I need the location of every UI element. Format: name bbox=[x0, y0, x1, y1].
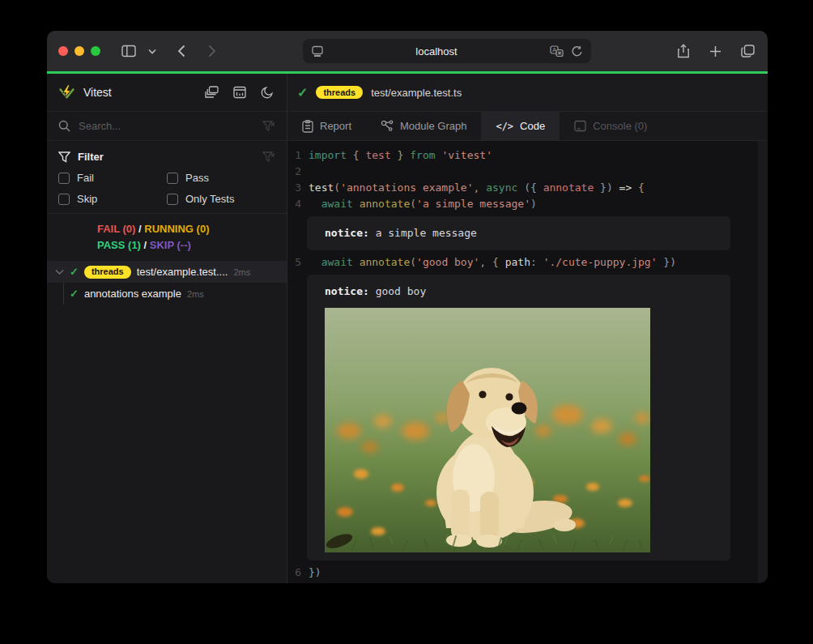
filter-section: Filter Fail Pass bbox=[47, 141, 287, 214]
line-number: 1 bbox=[287, 147, 309, 164]
filter-checkbox-fail[interactable]: Fail bbox=[58, 172, 167, 184]
check-icon: ✓ bbox=[70, 288, 79, 300]
test-file-row[interactable]: ✓ threads test/example.test.... 2ms bbox=[47, 261, 287, 283]
pool-badge: threads bbox=[84, 266, 131, 279]
vertical-scrollbar[interactable] bbox=[758, 141, 768, 583]
share-icon bbox=[677, 44, 690, 58]
test-status-summary: FAIL (0) / RUNNING (0) PASS (1) / SKIP (… bbox=[47, 214, 287, 261]
sidebar-toggle-button[interactable] bbox=[120, 43, 138, 59]
chevron-left-icon bbox=[177, 45, 185, 58]
dashboard-icon bbox=[233, 86, 246, 99]
annotation-notice: notice: a simple message bbox=[307, 216, 730, 250]
translate-icon[interactable]: A bbox=[550, 45, 564, 58]
url-text: localhost bbox=[324, 45, 550, 58]
share-button[interactable] bbox=[675, 42, 692, 60]
plus-icon bbox=[709, 45, 721, 58]
code-icon: </> bbox=[496, 121, 513, 132]
code-line: 3test('annotations example', async ({ an… bbox=[287, 180, 768, 196]
moon-icon bbox=[261, 86, 274, 99]
fail-count: FAIL (0) bbox=[97, 223, 135, 235]
sidebar-header: Vitest bbox=[47, 74, 287, 112]
dashboard-button[interactable] bbox=[232, 84, 248, 100]
pool-badge: threads bbox=[316, 86, 363, 99]
code-lines: 1import { test } from 'vitest'23test('an… bbox=[287, 147, 768, 583]
forward-button[interactable] bbox=[206, 43, 218, 59]
zoom-window-button[interactable] bbox=[91, 46, 100, 56]
clear-filter-icon[interactable] bbox=[262, 151, 275, 163]
app-title: Vitest bbox=[83, 86, 195, 99]
test-case-row[interactable]: ✓ annotations example 2ms bbox=[47, 283, 287, 305]
sidebar: Vitest bbox=[47, 74, 287, 583]
minimize-window-button[interactable] bbox=[74, 46, 84, 56]
clear-search-filter-icon[interactable] bbox=[262, 121, 275, 132]
search-field[interactable]: Search... bbox=[47, 112, 287, 141]
code-line: 4 await annotate('a simple message') bbox=[287, 196, 768, 212]
tab-console[interactable]: Console (0) bbox=[560, 112, 662, 140]
new-tab-button[interactable] bbox=[708, 44, 723, 59]
funnel-icon bbox=[58, 151, 70, 163]
collapse-panels-button[interactable] bbox=[203, 84, 220, 100]
window-controls bbox=[58, 46, 100, 56]
checkbox bbox=[58, 194, 70, 205]
reload-icon[interactable] bbox=[571, 45, 583, 58]
chevron-right-icon bbox=[208, 45, 216, 58]
search-placeholder: Search... bbox=[79, 120, 254, 132]
annotation-message: a simple message bbox=[376, 227, 477, 239]
browser-window: localhost A bbox=[47, 31, 768, 583]
open-file-name: test/example.test.ts bbox=[371, 87, 462, 99]
line-number: 6 bbox=[287, 565, 309, 581]
line-number: 5 bbox=[287, 254, 309, 271]
code-line: 1import { test } from 'vitest' bbox=[287, 147, 768, 164]
check-icon: ✓ bbox=[297, 85, 308, 100]
code-line: 5 await annotate('good boy', { path: './… bbox=[287, 254, 768, 271]
stacked-panels-icon bbox=[205, 86, 219, 99]
annotation-label: notice: bbox=[325, 285, 376, 297]
back-button[interactable] bbox=[176, 43, 187, 59]
running-count: RUNNING (0) bbox=[144, 223, 209, 235]
browser-toolbar: localhost A bbox=[47, 31, 768, 71]
close-window-button[interactable] bbox=[58, 46, 68, 56]
address-bar[interactable]: localhost A bbox=[303, 39, 591, 63]
checkbox bbox=[58, 173, 70, 184]
code-line: 2 bbox=[287, 164, 768, 180]
annotation-label: notice: bbox=[325, 227, 376, 239]
view-tabs: Report Module Graph </> Code bbox=[287, 112, 768, 141]
annotation-notice: notice: good boy bbox=[307, 275, 730, 561]
code-line: 7 bbox=[287, 581, 768, 583]
line-number: 4 bbox=[287, 196, 309, 212]
test-duration: 2ms bbox=[187, 289, 204, 299]
pass-count: PASS (1) bbox=[97, 239, 141, 251]
sidebar-icon bbox=[121, 45, 137, 58]
line-number: 2 bbox=[287, 164, 309, 180]
code-editor: 1import { test } from 'vitest'23test('an… bbox=[287, 141, 768, 583]
tabs-overview-icon bbox=[741, 45, 755, 58]
report-icon bbox=[302, 120, 313, 133]
tab-module-graph[interactable]: Module Graph bbox=[366, 112, 481, 140]
filter-label: Filter bbox=[78, 151, 255, 163]
tab-overview-button[interactable] bbox=[739, 43, 756, 59]
filter-checkbox-pass[interactable]: Pass bbox=[167, 172, 275, 184]
page-icon bbox=[311, 45, 324, 58]
search-icon bbox=[58, 120, 70, 132]
line-number: 7 bbox=[287, 581, 309, 583]
test-case-name: annotations example bbox=[84, 288, 181, 300]
filter-checkbox-only-tests[interactable]: Only Tests bbox=[167, 193, 275, 205]
line-number: 3 bbox=[287, 180, 309, 196]
main-panel: ✓ threads test/example.test.ts Report bbox=[287, 74, 768, 583]
tab-code[interactable]: </> Code bbox=[481, 112, 560, 140]
console-icon bbox=[574, 120, 586, 132]
module-graph-icon bbox=[381, 120, 394, 132]
filter-checkbox-skip[interactable]: Skip bbox=[58, 193, 167, 205]
tree-guide-line bbox=[63, 283, 64, 305]
vitest-logo bbox=[58, 84, 75, 100]
annotation-message: good boy bbox=[376, 285, 427, 297]
tab-report[interactable]: Report bbox=[287, 112, 366, 140]
test-duration: 2ms bbox=[233, 267, 250, 277]
test-file-name: test/example.test.... bbox=[137, 266, 228, 278]
checkbox bbox=[167, 173, 178, 184]
check-icon: ✓ bbox=[70, 266, 79, 278]
theme-toggle-button[interactable] bbox=[259, 84, 275, 100]
chevron-down-icon bbox=[55, 269, 64, 275]
skip-count: SKIP (--) bbox=[150, 239, 191, 251]
sidebar-menu-chevron[interactable] bbox=[147, 47, 158, 56]
